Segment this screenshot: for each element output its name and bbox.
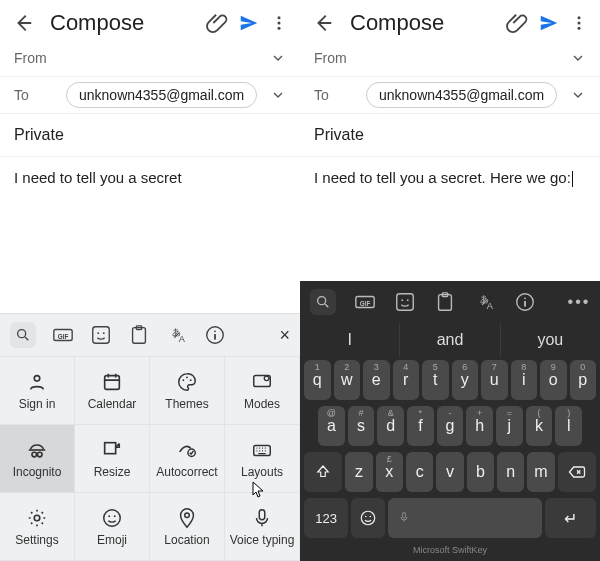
key-s[interactable]: #s xyxy=(348,406,375,446)
resize-icon xyxy=(101,439,123,461)
kb-option-modes[interactable]: Modes xyxy=(225,357,300,425)
key-y[interactable]: 6y xyxy=(452,360,479,400)
gif-icon[interactable] xyxy=(354,291,376,313)
kb-option-settings[interactable]: Settings xyxy=(0,493,75,561)
chevron-down-icon[interactable] xyxy=(270,50,286,66)
body-field[interactable]: I need to tell you a secret xyxy=(0,157,300,313)
shift-key[interactable] xyxy=(304,452,342,492)
keyboard-dark: ••• Iandyou 1q2w3e4r5t6y7u8i9o0p@a#s&d*f… xyxy=(300,281,600,561)
sticker-icon[interactable] xyxy=(394,291,416,313)
kb-option-calendar[interactable]: Calendar xyxy=(75,357,150,425)
from-row[interactable]: From xyxy=(300,40,600,77)
key-p[interactable]: 0p xyxy=(570,360,597,400)
kb-option-autocorrect[interactable]: Autocorrect xyxy=(150,425,225,493)
info-icon[interactable] xyxy=(204,324,226,346)
suggestion[interactable]: you xyxy=(501,323,600,357)
key-j[interactable]: =j xyxy=(496,406,523,446)
send-icon[interactable] xyxy=(238,12,260,34)
suggestion[interactable]: and xyxy=(400,323,500,357)
key-k[interactable]: (k xyxy=(526,406,553,446)
key-r[interactable]: 4r xyxy=(393,360,420,400)
chevron-down-icon[interactable] xyxy=(570,50,586,66)
more-icon[interactable] xyxy=(270,12,288,34)
body-field[interactable]: I need to tell you a secret. Here we go: xyxy=(300,157,600,281)
key-z[interactable]: z xyxy=(345,452,372,492)
kb-option-layouts[interactable]: Layouts xyxy=(225,425,300,493)
key-x[interactable]: £x xyxy=(376,452,403,492)
to-row[interactable]: To unknown4355@gmail.com xyxy=(300,77,600,114)
key-u[interactable]: 7u xyxy=(481,360,508,400)
modes-icon xyxy=(251,371,273,393)
recipient-chip[interactable]: unknown4355@gmail.com xyxy=(66,82,257,108)
compose-title: Compose xyxy=(350,10,496,36)
search-icon[interactable] xyxy=(310,289,336,315)
keyboard-icon xyxy=(251,439,273,461)
attach-icon[interactable] xyxy=(206,12,228,34)
key-t[interactable]: 5t xyxy=(422,360,449,400)
key-v[interactable]: v xyxy=(436,452,463,492)
from-label: From xyxy=(314,50,356,66)
key-q[interactable]: 1q xyxy=(304,360,331,400)
enter-key[interactable]: ↵ xyxy=(545,498,596,538)
chevron-down-icon[interactable] xyxy=(270,87,286,103)
key-o[interactable]: 9o xyxy=(540,360,567,400)
close-icon[interactable]: × xyxy=(279,325,290,346)
key-f[interactable]: *f xyxy=(407,406,434,446)
key-m[interactable]: m xyxy=(527,452,554,492)
kb-option-voice-typing[interactable]: Voice typing xyxy=(225,493,300,561)
send-icon[interactable] xyxy=(538,12,560,34)
attach-icon[interactable] xyxy=(506,12,528,34)
backspace-key[interactable] xyxy=(558,452,596,492)
to-row[interactable]: To unknown4355@gmail.com xyxy=(0,77,300,114)
clipboard-icon[interactable] xyxy=(434,291,456,313)
keyboard-settings-grid: Sign inCalendarThemesModesIncognitoResiz… xyxy=(0,357,300,561)
kb-option-location[interactable]: Location xyxy=(150,493,225,561)
key-h[interactable]: +h xyxy=(466,406,493,446)
translate-icon[interactable] xyxy=(474,291,496,313)
kb-option-themes[interactable]: Themes xyxy=(150,357,225,425)
key-c[interactable]: c xyxy=(406,452,433,492)
compose-toolbar: Compose xyxy=(300,0,600,40)
subject-field[interactable]: Private xyxy=(300,114,600,157)
kb-option-emoji[interactable]: Emoji xyxy=(75,493,150,561)
calendar-icon xyxy=(101,371,123,393)
suggestion[interactable]: I xyxy=(300,323,400,357)
kb-option-resize[interactable]: Resize xyxy=(75,425,150,493)
back-icon[interactable] xyxy=(312,12,334,34)
from-label: From xyxy=(14,50,56,66)
to-label: To xyxy=(314,87,356,103)
chevron-down-icon[interactable] xyxy=(570,87,586,103)
key-b[interactable]: b xyxy=(467,452,494,492)
gif-icon[interactable] xyxy=(52,324,74,346)
gear-icon xyxy=(26,507,48,529)
key-n[interactable]: n xyxy=(497,452,524,492)
space-key[interactable] xyxy=(388,498,541,538)
key-w[interactable]: 2w xyxy=(334,360,361,400)
kb-option-incognito[interactable]: Incognito xyxy=(0,425,75,493)
sticker-icon[interactable] xyxy=(90,324,112,346)
numeric-key[interactable]: 123 xyxy=(304,498,348,538)
emoji-key[interactable] xyxy=(351,498,385,538)
key-e[interactable]: 3e xyxy=(363,360,390,400)
subject-field[interactable]: Private xyxy=(0,114,300,157)
back-icon[interactable] xyxy=(12,12,34,34)
key-l[interactable]: )l xyxy=(555,406,582,446)
more-icon[interactable]: ••• xyxy=(568,291,590,313)
key-g[interactable]: -g xyxy=(437,406,464,446)
more-icon[interactable] xyxy=(570,12,588,34)
search-icon[interactable] xyxy=(10,322,36,348)
key-a[interactable]: @a xyxy=(318,406,345,446)
info-icon[interactable] xyxy=(514,291,536,313)
key-i[interactable]: 8i xyxy=(511,360,538,400)
person-icon xyxy=(26,371,48,393)
emoji-icon xyxy=(101,507,123,529)
kb-option-sign-in[interactable]: Sign in xyxy=(0,357,75,425)
compose-title: Compose xyxy=(50,10,196,36)
right-pane: Compose From To unknown4355@gmail.com Pr… xyxy=(300,0,600,561)
key-d[interactable]: &d xyxy=(377,406,404,446)
translate-icon[interactable] xyxy=(166,324,188,346)
clipboard-icon[interactable] xyxy=(128,324,150,346)
to-value: unknown4355@gmail.com xyxy=(66,87,260,103)
from-row[interactable]: From xyxy=(0,40,300,77)
recipient-chip[interactable]: unknown4355@gmail.com xyxy=(366,82,557,108)
